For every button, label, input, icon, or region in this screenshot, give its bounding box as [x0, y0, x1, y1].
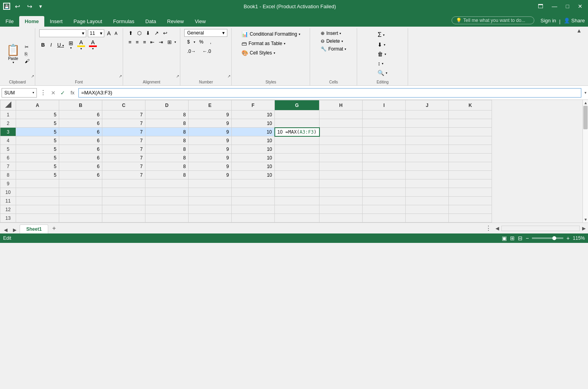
list-item[interactable]: [232, 205, 275, 214]
list-item[interactable]: [363, 162, 406, 171]
list-item[interactable]: [232, 197, 275, 205]
fmt-table-dropdown[interactable]: ▾: [284, 42, 285, 45]
list-item[interactable]: [275, 145, 319, 154]
list-item[interactable]: [232, 179, 275, 188]
list-item[interactable]: [363, 205, 406, 214]
sheet-scroll-right[interactable]: ▶: [11, 226, 19, 233]
list-item[interactable]: 7: [102, 110, 145, 119]
fill-button[interactable]: ⬇ ▾: [375, 41, 390, 49]
delete-cells-button[interactable]: ⊖ Delete ▾: [318, 38, 348, 45]
row-header-3[interactable]: 3: [0, 128, 16, 136]
close-button[interactable]: ✕: [575, 2, 585, 10]
list-item[interactable]: 10: [232, 110, 275, 119]
list-item[interactable]: 7: [102, 128, 145, 136]
list-item[interactable]: [363, 110, 406, 119]
list-item[interactable]: [189, 197, 232, 205]
row-header-1[interactable]: 1: [0, 110, 16, 119]
redo-button[interactable]: ↪: [25, 2, 34, 11]
find-select-button[interactable]: 🔍 ▾: [375, 69, 390, 77]
list-item[interactable]: 5: [16, 171, 59, 179]
row-header-2[interactable]: 2: [0, 119, 16, 128]
autosum-button[interactable]: Σ ▾: [375, 31, 390, 39]
col-header-c[interactable]: C: [102, 100, 145, 110]
list-item[interactable]: [406, 162, 449, 171]
format-painter-button[interactable]: 🖌: [23, 58, 31, 64]
list-item[interactable]: [319, 162, 363, 171]
list-item[interactable]: 10: [232, 145, 275, 154]
list-item[interactable]: [406, 110, 449, 119]
spreadsheet-scroll[interactable]: A B C D E F G H I J K 156789102567891035…: [0, 100, 583, 223]
ribbon-collapse-button[interactable]: ▲: [576, 27, 582, 34]
scroll-up-button[interactable]: ▲: [583, 100, 588, 106]
list-item[interactable]: [406, 197, 449, 205]
formula-bar-options[interactable]: ⋮: [38, 89, 48, 96]
list-item[interactable]: 7: [102, 145, 145, 154]
cut-button[interactable]: ✂: [23, 44, 31, 50]
paste-dropdown-arrow[interactable]: ▾: [13, 61, 14, 64]
sheet-tab-sheet1[interactable]: Sheet1: [20, 224, 48, 233]
tell-me-input[interactable]: [463, 18, 530, 23]
cell-styles-dropdown[interactable]: ▾: [274, 51, 275, 55]
list-item[interactable]: [16, 188, 59, 197]
list-item[interactable]: [319, 205, 363, 214]
list-item[interactable]: 5: [16, 128, 59, 136]
row-header-6[interactable]: 6: [0, 154, 16, 162]
name-box-dropdown[interactable]: ▾: [33, 91, 34, 94]
list-item[interactable]: [16, 179, 59, 188]
fill-dropdown[interactable]: ▾: [80, 47, 82, 51]
format-cells-button[interactable]: 🔧 Format ▾: [318, 45, 348, 52]
list-item[interactable]: [363, 145, 406, 154]
hscroll-track[interactable]: [501, 226, 580, 231]
list-item[interactable]: 8: [145, 162, 189, 171]
ribbon-display-button[interactable]: 🗖: [535, 2, 546, 10]
list-item[interactable]: [232, 188, 275, 197]
list-item[interactable]: 8: [145, 145, 189, 154]
scroll-track[interactable]: [583, 106, 588, 217]
list-item[interactable]: [406, 205, 449, 214]
list-item[interactable]: [449, 197, 492, 205]
list-item[interactable]: [449, 110, 492, 119]
list-item[interactable]: [363, 136, 406, 145]
list-item[interactable]: [102, 214, 145, 223]
increase-indent-button[interactable]: ⇥: [157, 38, 165, 46]
underline-dropdown[interactable]: ▾: [62, 44, 64, 47]
border-dropdown[interactable]: ▾: [70, 46, 72, 50]
list-item[interactable]: [363, 214, 406, 223]
list-item[interactable]: [145, 214, 189, 223]
list-item[interactable]: [449, 119, 492, 128]
list-item[interactable]: 6: [59, 171, 102, 179]
list-item[interactable]: [363, 188, 406, 197]
list-item[interactable]: 7: [102, 136, 145, 145]
list-item[interactable]: 5: [16, 119, 59, 128]
increase-decimal-button[interactable]: ←.0: [200, 47, 214, 55]
col-header-i[interactable]: I: [363, 100, 406, 110]
decrease-indent-button[interactable]: ⇤: [149, 38, 156, 46]
font-name-dropdown[interactable]: ▾: [82, 31, 84, 36]
list-item[interactable]: 5: [16, 154, 59, 162]
add-sheet-button[interactable]: +: [49, 224, 59, 233]
underline-button[interactable]: U ▾: [55, 41, 66, 49]
save-icon[interactable]: 💾: [3, 3, 10, 10]
list-item[interactable]: [319, 179, 363, 188]
row-header-8[interactable]: 8: [0, 171, 16, 179]
customize-quick-access-button[interactable]: ▾: [37, 2, 44, 10]
accounting-button[interactable]: $: [184, 38, 192, 46]
list-item[interactable]: [189, 205, 232, 214]
font-shrink-button[interactable]: A: [113, 31, 118, 36]
row-header-11[interactable]: 11: [0, 197, 16, 205]
col-header-d[interactable]: D: [145, 100, 189, 110]
list-item[interactable]: [319, 110, 363, 119]
list-item[interactable]: [102, 197, 145, 205]
list-item[interactable]: [449, 171, 492, 179]
list-item[interactable]: [59, 197, 102, 205]
list-item[interactable]: 9: [189, 136, 232, 145]
list-item[interactable]: [16, 214, 59, 223]
sheet-options-button[interactable]: ⋮: [484, 224, 493, 232]
tab-insert[interactable]: Insert: [44, 16, 68, 27]
font-dialog-launcher[interactable]: ↗: [119, 74, 122, 78]
col-header-k[interactable]: K: [449, 100, 492, 110]
list-item[interactable]: [319, 214, 363, 223]
list-item[interactable]: [102, 179, 145, 188]
row-header-12[interactable]: 12: [0, 205, 16, 214]
list-item[interactable]: [406, 154, 449, 162]
